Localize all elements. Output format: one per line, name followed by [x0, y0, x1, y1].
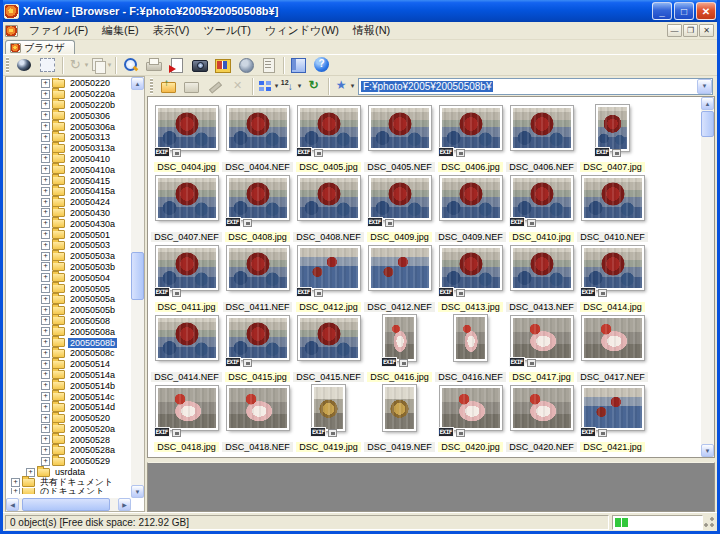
- fullscreen-button[interactable]: [36, 55, 59, 75]
- search-button[interactable]: [119, 55, 142, 75]
- expand-plus-icon[interactable]: +: [41, 165, 50, 174]
- address-dropdown-button[interactable]: ▼: [697, 79, 712, 94]
- tree-item-20050508b[interactable]: +20050508b: [7, 337, 131, 348]
- tree-item-20050528[interactable]: +20050528: [7, 434, 131, 445]
- expand-plus-icon[interactable]: +: [41, 360, 50, 369]
- tree-item-20050501[interactable]: +20050501: [7, 229, 131, 240]
- expand-plus-icon[interactable]: +: [41, 241, 50, 250]
- menu-item[interactable]: ファイル(F): [22, 21, 95, 40]
- expand-plus-icon[interactable]: +: [41, 79, 50, 88]
- expand-plus-icon[interactable]: +: [41, 219, 50, 228]
- expand-plus-icon[interactable]: +: [41, 90, 50, 99]
- mdi-minimize-button[interactable]: —: [667, 24, 682, 37]
- expand-plus-icon[interactable]: +: [41, 306, 50, 315]
- expand-plus-icon[interactable]: +: [41, 187, 50, 196]
- refresh-button[interactable]: [302, 76, 325, 96]
- scroll-up-button[interactable]: ▲: [701, 97, 714, 110]
- tree-item-20050508[interactable]: +20050508: [7, 316, 131, 327]
- thumbnail-DSC_0417.NEF[interactable]: DSC_0417.NEF: [577, 309, 648, 379]
- toolbar-grip[interactable]: [6, 57, 9, 73]
- thumbnail-DSC_0418.NEF[interactable]: DSC_0418.NEF: [222, 379, 293, 449]
- tree-item-20050430a[interactable]: +20050430a: [7, 218, 131, 229]
- tree-item-20050424[interactable]: +20050424: [7, 197, 131, 208]
- tree-item-20050220a[interactable]: +20050220a: [7, 89, 131, 100]
- tree-vertical-scrollbar[interactable]: ▲ ▼: [131, 77, 144, 498]
- expand-plus-icon[interactable]: +: [41, 424, 50, 433]
- expand-plus-icon[interactable]: +: [41, 338, 50, 347]
- tree-item-20050514b[interactable]: +20050514b: [7, 380, 131, 391]
- thumbnail-DSC_0414.jpg[interactable]: EXIFDSC_0414.jpg: [577, 239, 648, 309]
- thumbnail-DSC_0404.jpg[interactable]: EXIFDSC_0404.jpg: [151, 99, 222, 169]
- expand-plus-icon[interactable]: +: [41, 327, 50, 336]
- expand-plus-icon[interactable]: +: [41, 435, 50, 444]
- expand-plus-icon[interactable]: +: [41, 133, 50, 142]
- expand-plus-icon[interactable]: +: [41, 392, 50, 401]
- expand-plus-icon[interactable]: +: [41, 122, 50, 131]
- thumbnail-DSC_0411.jpg[interactable]: EXIFDSC_0411.jpg: [151, 239, 222, 309]
- view-button[interactable]: [13, 55, 36, 75]
- tree-hscroll-thumb[interactable]: [22, 498, 110, 511]
- expand-plus-icon[interactable]: +: [41, 370, 50, 379]
- thumbnail-DSC_0410.jpg[interactable]: EXIFDSC_0410.jpg: [506, 169, 577, 239]
- thumbnail-DSC_0421.jpg[interactable]: EXIFDSC_0421.jpg: [577, 379, 648, 449]
- tree-item-20050415[interactable]: +20050415: [7, 175, 131, 186]
- expand-plus-icon[interactable]: +: [41, 208, 50, 217]
- expand-plus-icon[interactable]: +: [41, 144, 50, 153]
- tree-item-20050220[interactable]: +20050220: [7, 78, 131, 89]
- preview-pane[interactable]: [147, 462, 715, 512]
- export-button[interactable]: [165, 55, 188, 75]
- thumbnail-DSC_0420.jpg[interactable]: EXIFDSC_0420.jpg: [435, 379, 506, 449]
- thumbnail-DSC_0418.jpg[interactable]: EXIFDSC_0418.jpg: [151, 379, 222, 449]
- slideshow-button[interactable]: [211, 55, 234, 75]
- thumbnail-DSC_0413.jpg[interactable]: EXIFDSC_0413.jpg: [435, 239, 506, 309]
- tree-item-20050528a[interactable]: +20050528a: [7, 445, 131, 456]
- thumbnail-DSC_0419.NEF[interactable]: DSC_0419.NEF: [364, 379, 435, 449]
- tree-item-20050313a[interactable]: +20050313a: [7, 143, 131, 154]
- tree-item-20050520[interactable]: +20050520: [7, 413, 131, 424]
- expand-plus-icon[interactable]: +: [41, 349, 50, 358]
- expand-plus-icon[interactable]: +: [41, 316, 50, 325]
- thumbnail-DSC_0412.NEF[interactable]: DSC_0412.NEF: [364, 239, 435, 309]
- expand-plus-icon[interactable]: +: [41, 198, 50, 207]
- tree-item-20050306[interactable]: +20050306: [7, 110, 131, 121]
- thumbnail-DSC_0411.NEF[interactable]: DSC_0411.NEF: [222, 239, 293, 309]
- thumbnail-DSC_0404.NEF[interactable]: DSC_0404.NEF: [222, 99, 293, 169]
- sort-button[interactable]: ▾: [279, 76, 302, 96]
- options-button[interactable]: [287, 55, 310, 75]
- expand-plus-icon[interactable]: +: [41, 414, 50, 423]
- expand-plus-icon[interactable]: +: [41, 100, 50, 109]
- tab-browser[interactable]: ブラウザ: [5, 40, 75, 54]
- expand-plus-icon[interactable]: +: [11, 488, 20, 494]
- tree-item-共有ドキュメント[interactable]: +共有ドキュメント: [7, 477, 131, 488]
- expand-plus-icon[interactable]: +: [41, 111, 50, 120]
- thumbnail-DSC_0416.NEF[interactable]: DSC_0416.NEF: [435, 309, 506, 379]
- minimize-button[interactable]: _: [652, 2, 672, 20]
- thumbnail-DSC_0420.NEF[interactable]: DSC_0420.NEF: [506, 379, 577, 449]
- expand-plus-icon[interactable]: +: [41, 446, 50, 455]
- tree-item-20050503b[interactable]: +20050503b: [7, 262, 131, 273]
- thumbnail-DSC_0406.NEF[interactable]: DSC_0406.NEF: [506, 99, 577, 169]
- tree-item-20050503a[interactable]: +20050503a: [7, 251, 131, 262]
- thumbnail-DSC_0410.NEF[interactable]: DSC_0410.NEF: [577, 169, 648, 239]
- thumbnail-DSC_0413.NEF[interactable]: DSC_0413.NEF: [506, 239, 577, 309]
- menu-item[interactable]: 情報(N): [346, 21, 397, 40]
- menu-item[interactable]: ツール(T): [196, 21, 258, 40]
- address-combobox[interactable]: F:¥photo¥2005¥20050508b¥ ▼: [358, 78, 713, 95]
- thumbnail-DSC_0419.jpg[interactable]: EXIFDSC_0419.jpg: [293, 379, 364, 449]
- dropdown-arrow-icon[interactable]: ▾: [298, 82, 302, 90]
- thumbnail-scroll-thumb[interactable]: [701, 111, 714, 137]
- tree-item-20050220b[interactable]: +20050220b: [7, 100, 131, 111]
- tree-item-20050410[interactable]: +20050410: [7, 154, 131, 165]
- tree-item-20050410a[interactable]: +20050410a: [7, 164, 131, 175]
- favorites-button[interactable]: ▾: [332, 76, 355, 96]
- tree-item-20050306a[interactable]: +20050306a: [7, 121, 131, 132]
- thumbnail-DSC_0416.jpg[interactable]: EXIFDSC_0416.jpg: [364, 309, 435, 379]
- tree-item-20050503[interactable]: +20050503: [7, 240, 131, 251]
- up-folder-button[interactable]: [157, 76, 180, 96]
- tree-item-20050505a[interactable]: +20050505a: [7, 294, 131, 305]
- expand-plus-icon[interactable]: +: [26, 468, 35, 477]
- tree-item-20050529[interactable]: +20050529: [7, 456, 131, 467]
- thumbnail-DSC_0405.jpg[interactable]: EXIFDSC_0405.jpg: [293, 99, 364, 169]
- thumbnail-DSC_0407.NEF[interactable]: DSC_0407.NEF: [151, 169, 222, 239]
- expand-plus-icon[interactable]: +: [41, 457, 50, 466]
